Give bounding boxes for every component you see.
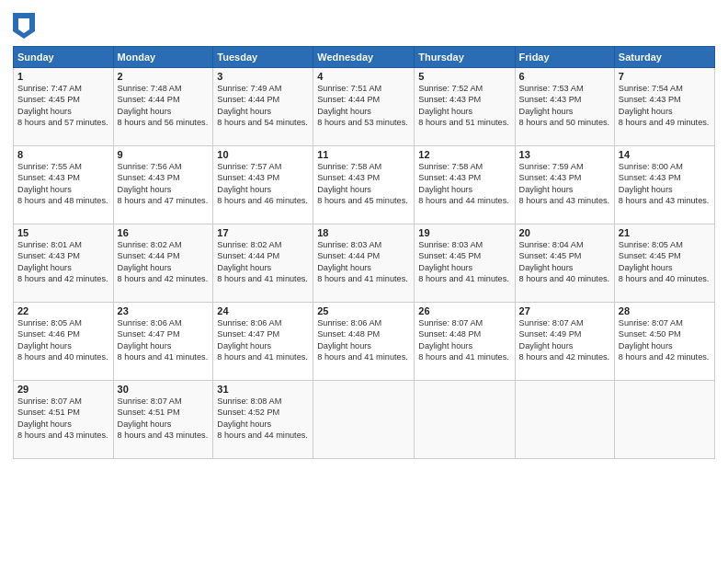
calendar-cell: 16 Sunrise: 8:02 AMSunset: 4:44 PMDaylig… [113, 224, 213, 303]
day-info: Sunrise: 8:03 AMSunset: 4:44 PMDaylight … [317, 240, 408, 283]
day-number: 16 [118, 227, 210, 238]
day-number: 1 [17, 71, 109, 82]
day-info: Sunrise: 8:04 AMSunset: 4:45 PMDaylight … [519, 240, 610, 283]
day-info: Sunrise: 8:08 AMSunset: 4:52 PMDaylight … [217, 396, 308, 440]
calendar-cell: 14 Sunrise: 8:00 AMSunset: 4:43 PMDaylig… [614, 146, 714, 224]
day-number: 18 [317, 227, 410, 238]
day-number: 12 [418, 149, 510, 160]
main-container: SundayMondayTuesdayWednesdayThursdayFrid… [0, 0, 728, 563]
calendar: SundayMondayTuesdayWednesdayThursdayFrid… [13, 46, 715, 459]
calendar-cell: 17 Sunrise: 8:02 AMSunset: 4:44 PMDaylig… [213, 224, 313, 303]
day-info: Sunrise: 8:03 AMSunset: 4:45 PMDaylight … [418, 240, 509, 283]
day-info: Sunrise: 7:58 AMSunset: 4:43 PMDaylight … [418, 162, 509, 205]
day-info: Sunrise: 7:58 AMSunset: 4:43 PMDaylight … [317, 162, 408, 205]
day-number: 28 [619, 305, 711, 316]
calendar-week-row: 22 Sunrise: 8:05 AMSunset: 4:46 PMDaylig… [14, 303, 715, 381]
weekday-header: Thursday [415, 47, 515, 68]
calendar-cell: 29 Sunrise: 8:07 AMSunset: 4:51 PMDaylig… [14, 381, 114, 459]
weekday-header: Wednesday [313, 47, 415, 68]
calendar-cell: 2 Sunrise: 7:48 AMSunset: 4:44 PMDayligh… [113, 68, 213, 146]
calendar-header: SundayMondayTuesdayWednesdayThursdayFrid… [14, 47, 715, 68]
calendar-cell: 6 Sunrise: 7:53 AMSunset: 4:43 PMDayligh… [515, 68, 614, 146]
day-info: Sunrise: 8:01 AMSunset: 4:43 PMDaylight … [17, 240, 108, 283]
logo-icon [13, 13, 35, 39]
day-number: 4 [317, 71, 410, 82]
calendar-cell: 27 Sunrise: 8:07 AMSunset: 4:49 PMDaylig… [515, 303, 614, 381]
day-info: Sunrise: 8:06 AMSunset: 4:47 PMDaylight … [118, 318, 209, 362]
day-number: 21 [619, 227, 711, 238]
weekday-header: Sunday [14, 47, 114, 68]
weekday-header: Tuesday [213, 47, 313, 68]
day-number: 7 [619, 71, 711, 82]
calendar-cell: 22 Sunrise: 8:05 AMSunset: 4:46 PMDaylig… [14, 303, 114, 381]
day-number: 29 [17, 384, 109, 395]
calendar-cell: 13 Sunrise: 7:59 AMSunset: 4:43 PMDaylig… [515, 146, 614, 224]
day-number: 19 [418, 227, 510, 238]
day-number: 13 [519, 149, 610, 160]
day-number: 3 [217, 71, 309, 82]
weekday-row: SundayMondayTuesdayWednesdayThursdayFrid… [14, 47, 715, 68]
calendar-cell: 4 Sunrise: 7:51 AMSunset: 4:44 PMDayligh… [313, 68, 415, 146]
day-info: Sunrise: 8:00 AMSunset: 4:43 PMDaylight … [619, 162, 710, 205]
day-info: Sunrise: 7:49 AMSunset: 4:44 PMDaylight … [217, 84, 308, 127]
calendar-cell: 26 Sunrise: 8:07 AMSunset: 4:48 PMDaylig… [415, 303, 515, 381]
day-number: 5 [418, 71, 510, 82]
calendar-cell: 19 Sunrise: 8:03 AMSunset: 4:45 PMDaylig… [415, 224, 515, 303]
calendar-cell: 12 Sunrise: 7:58 AMSunset: 4:43 PMDaylig… [415, 146, 515, 224]
day-info: Sunrise: 7:57 AMSunset: 4:43 PMDaylight … [217, 162, 308, 205]
day-number: 20 [519, 227, 610, 238]
day-number: 22 [17, 305, 109, 316]
calendar-cell: 25 Sunrise: 8:06 AMSunset: 4:48 PMDaylig… [313, 303, 415, 381]
calendar-cell: 5 Sunrise: 7:52 AMSunset: 4:43 PMDayligh… [415, 68, 515, 146]
day-number: 11 [317, 149, 410, 160]
calendar-week-row: 29 Sunrise: 8:07 AMSunset: 4:51 PMDaylig… [14, 381, 715, 459]
day-info: Sunrise: 7:52 AMSunset: 4:43 PMDaylight … [418, 84, 509, 127]
day-info: Sunrise: 8:06 AMSunset: 4:48 PMDaylight … [317, 318, 408, 362]
day-number: 31 [217, 384, 309, 395]
weekday-header: Friday [515, 47, 614, 68]
day-number: 23 [118, 305, 210, 316]
calendar-cell [415, 381, 515, 459]
calendar-cell: 10 Sunrise: 7:57 AMSunset: 4:43 PMDaylig… [213, 146, 313, 224]
day-info: Sunrise: 7:47 AMSunset: 4:45 PMDaylight … [17, 84, 108, 127]
calendar-cell: 3 Sunrise: 7:49 AMSunset: 4:44 PMDayligh… [213, 68, 313, 146]
day-number: 24 [217, 305, 309, 316]
calendar-cell: 11 Sunrise: 7:58 AMSunset: 4:43 PMDaylig… [313, 146, 415, 224]
calendar-cell: 23 Sunrise: 8:06 AMSunset: 4:47 PMDaylig… [113, 303, 213, 381]
calendar-cell: 15 Sunrise: 8:01 AMSunset: 4:43 PMDaylig… [14, 224, 114, 303]
calendar-cell [313, 381, 415, 459]
day-number: 8 [17, 149, 109, 160]
weekday-header: Monday [113, 47, 213, 68]
calendar-cell: 28 Sunrise: 8:07 AMSunset: 4:50 PMDaylig… [614, 303, 714, 381]
logo [13, 13, 38, 39]
calendar-cell: 1 Sunrise: 7:47 AMSunset: 4:45 PMDayligh… [14, 68, 114, 146]
day-number: 17 [217, 227, 309, 238]
day-info: Sunrise: 8:05 AMSunset: 4:45 PMDaylight … [619, 240, 710, 283]
calendar-cell: 20 Sunrise: 8:04 AMSunset: 4:45 PMDaylig… [515, 224, 614, 303]
calendar-cell [614, 381, 714, 459]
day-info: Sunrise: 7:48 AMSunset: 4:44 PMDaylight … [118, 84, 209, 127]
day-number: 2 [118, 71, 210, 82]
day-info: Sunrise: 8:02 AMSunset: 4:44 PMDaylight … [217, 240, 308, 283]
day-info: Sunrise: 8:07 AMSunset: 4:50 PMDaylight … [619, 318, 710, 362]
day-number: 6 [519, 71, 610, 82]
day-info: Sunrise: 7:53 AMSunset: 4:43 PMDaylight … [519, 84, 610, 127]
day-number: 25 [317, 305, 410, 316]
calendar-week-row: 15 Sunrise: 8:01 AMSunset: 4:43 PMDaylig… [14, 224, 715, 303]
calendar-cell [515, 381, 614, 459]
day-info: Sunrise: 7:56 AMSunset: 4:43 PMDaylight … [118, 162, 209, 205]
day-info: Sunrise: 7:59 AMSunset: 4:43 PMDaylight … [519, 162, 610, 205]
day-number: 9 [118, 149, 210, 160]
day-info: Sunrise: 7:54 AMSunset: 4:43 PMDaylight … [619, 84, 710, 127]
calendar-cell: 21 Sunrise: 8:05 AMSunset: 4:45 PMDaylig… [614, 224, 714, 303]
day-number: 26 [418, 305, 510, 316]
day-number: 27 [519, 305, 610, 316]
day-number: 10 [217, 149, 309, 160]
day-info: Sunrise: 8:06 AMSunset: 4:47 PMDaylight … [217, 318, 308, 362]
calendar-cell: 9 Sunrise: 7:56 AMSunset: 4:43 PMDayligh… [113, 146, 213, 224]
day-info: Sunrise: 8:07 AMSunset: 4:49 PMDaylight … [519, 318, 610, 362]
calendar-cell: 30 Sunrise: 8:07 AMSunset: 4:51 PMDaylig… [113, 381, 213, 459]
calendar-cell: 18 Sunrise: 8:03 AMSunset: 4:44 PMDaylig… [313, 224, 415, 303]
day-info: Sunrise: 8:07 AMSunset: 4:51 PMDaylight … [118, 396, 209, 440]
day-number: 30 [118, 384, 210, 395]
